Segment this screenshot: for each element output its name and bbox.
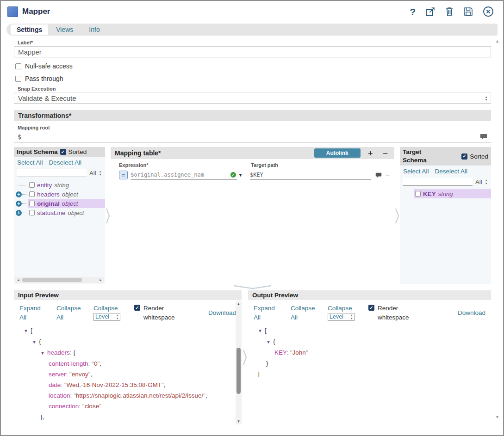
collapse-level-value: Level (330, 313, 350, 321)
panel-splitter-handle[interactable] (242, 290, 248, 424)
mapper-dialog: Mapper ? Settings Views Info ▲ ▼ Label* (0, 0, 504, 436)
json-quote: " (306, 349, 308, 356)
scroll-right-icon[interactable]: ► (98, 278, 104, 282)
tab-views[interactable]: Views (48, 25, 81, 35)
scrollbar-track[interactable] (21, 277, 98, 283)
scroll-up-icon[interactable]: ▲ (237, 301, 241, 307)
collapse-level-label: Collapse (93, 305, 118, 312)
help-icon[interactable]: ? (410, 7, 416, 17)
schema-item-original[interactable]: +originalobject (15, 199, 105, 208)
add-row-button[interactable]: + (366, 149, 375, 158)
schema-item-checkbox[interactable] (29, 182, 35, 188)
spinner-icon[interactable]: ▲▼ (99, 170, 102, 176)
select-all-link[interactable]: Select All (17, 159, 43, 166)
collapse-all-link[interactable]: Collapse All (56, 304, 81, 322)
collapse-arrow-icon[interactable]: ▼ (258, 325, 265, 336)
spinner-icon[interactable]: ▲▼ (350, 314, 353, 319)
pass-through-checkbox[interactable] (15, 76, 21, 82)
schema-search-input[interactable] (17, 169, 87, 177)
output-preview-title: Output Preview (248, 290, 491, 300)
scroll-down-icon[interactable]: ▼ (237, 418, 241, 424)
collapse-arrow-icon[interactable]: ▼ (266, 337, 273, 347)
snap-execution-select[interactable]: Validate & Execute ▲▼ (14, 92, 491, 104)
expand-icon[interactable]: + (16, 210, 22, 216)
collapse-arrow-icon[interactable]: ▼ (40, 423, 47, 424)
render-whitespace-checkbox[interactable] (134, 305, 140, 311)
mapping-row-actions: − (375, 172, 390, 179)
schema-item-statusLine[interactable]: +statusLineobject (15, 208, 105, 217)
autolink-button[interactable]: Autolink (314, 148, 361, 158)
schema-search-input[interactable] (403, 178, 473, 186)
scrollbar-thumb[interactable] (236, 348, 241, 394)
input-schema-links: Select All Deselect All (14, 157, 105, 167)
json-punct: }, (40, 413, 44, 420)
schema-item-entity[interactable]: entitystring (15, 180, 105, 190)
scrollbar-track[interactable] (236, 307, 242, 418)
panel-splitter-handle[interactable] (394, 147, 400, 284)
collapse-arrow-icon[interactable]: ▼ (40, 348, 47, 358)
vertical-scrollbar[interactable]: ▲ ▼ (236, 301, 242, 424)
select-all-link[interactable]: Select All (403, 168, 429, 175)
scroll-left-icon[interactable]: ◄ (15, 278, 21, 282)
schema-item-checkbox[interactable] (29, 210, 35, 215)
target-sorted-checkbox[interactable] (461, 154, 467, 160)
input-sorted-checkbox[interactable] (60, 149, 66, 155)
snap-logo-icon (7, 6, 18, 17)
spinner-icon[interactable]: ▲▼ (485, 96, 488, 101)
null-safe-checkbox[interactable] (15, 63, 21, 69)
collapse-arrow-icon[interactable]: ▼ (24, 325, 31, 336)
comment-bubble-icon[interactable] (480, 134, 487, 140)
schema-item-type: object (62, 200, 78, 207)
json-value: Wed,·16·Nov·2022·15:35:08·GMT (67, 381, 162, 388)
scrollbar-thumb[interactable] (22, 278, 82, 282)
collapse-level-input[interactable]: Level ▲▼ (93, 313, 120, 321)
mapping-root-input[interactable] (18, 133, 480, 141)
schema-item-checkbox[interactable] (415, 191, 421, 197)
collapse-all-link[interactable]: Collapse All (291, 304, 316, 322)
trash-icon[interactable] (445, 6, 454, 17)
render-whitespace-label: Render whitespace (143, 304, 180, 322)
tab-info[interactable]: Info (81, 25, 107, 35)
panel-splitter-handle[interactable] (105, 147, 111, 284)
label-input[interactable] (14, 46, 491, 57)
expression-toggle-button[interactable]: = (119, 171, 128, 179)
json-line: KEY: "John" (258, 347, 484, 358)
target-path-field[interactable]: $KEY (250, 170, 371, 180)
download-link[interactable]: Download (458, 309, 485, 316)
save-icon[interactable] (464, 7, 473, 16)
schema-item-KEY[interactable]: KEYstring (401, 189, 491, 198)
download-link[interactable]: Download (208, 309, 236, 316)
schema-item-headers[interactable]: +headersobject (15, 190, 105, 199)
tree-connector (22, 194, 28, 195)
expand-all-link[interactable]: Expand All (254, 304, 279, 322)
render-whitespace-checkbox[interactable] (368, 305, 374, 311)
export-icon[interactable] (425, 7, 435, 17)
schema-item-checkbox[interactable] (29, 191, 35, 197)
spinner-icon[interactable]: ▲▼ (116, 314, 119, 319)
expression-dropdown-icon[interactable]: ▼ (238, 173, 243, 178)
expand-icon[interactable]: + (16, 201, 22, 207)
collapse-arrow-icon[interactable]: ▼ (32, 337, 39, 347)
horizontal-splitter-handle[interactable] (14, 284, 491, 290)
spinner-icon[interactable]: ▲▼ (485, 179, 488, 184)
scroll-up-icon[interactable]: ▲ (495, 39, 499, 43)
expand-all-link[interactable]: Expand All (19, 304, 44, 322)
schema-item-type: string (438, 190, 453, 197)
schema-item-checkbox[interactable] (29, 201, 35, 206)
delete-row-icon[interactable]: − (386, 172, 390, 179)
remove-row-button[interactable]: − (380, 149, 390, 158)
tab-settings[interactable]: Settings (11, 25, 48, 35)
collapse-level-input[interactable]: Level ▲▼ (328, 313, 355, 321)
mapping-table-header: Mapping table* Autolink + − (111, 147, 394, 159)
deselect-all-link[interactable]: Deselect All (49, 159, 82, 166)
expression-field[interactable]: $original.assignee_nam ✓ (131, 170, 237, 180)
scroll-down-icon[interactable]: ▼ (495, 415, 499, 419)
close-icon[interactable] (483, 6, 494, 17)
expand-icon[interactable]: + (16, 191, 22, 197)
json-punct: { (79, 424, 81, 424)
deselect-all-link[interactable]: Deselect All (435, 168, 468, 175)
pass-through-label: Pass through (25, 75, 63, 82)
tree-connector (22, 203, 28, 204)
horizontal-scrollbar[interactable]: ◄ ► (15, 277, 104, 283)
comment-bubble-icon[interactable] (375, 172, 382, 178)
